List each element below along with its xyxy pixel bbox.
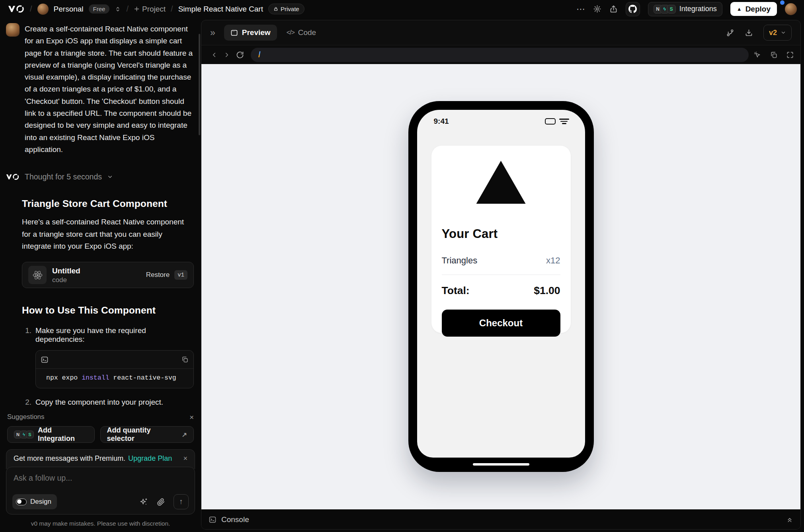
user-message: Create a self-contained React Native com… [6,23,194,156]
terminal-code-block: npx expo install react-native-svg [35,350,194,388]
privacy-label: Private [281,6,299,12]
cart-title: Your Cart [442,227,560,241]
phone-status-bar: 9:41 [417,110,585,126]
integration-provider-icon: S [667,5,676,14]
console-bar[interactable]: Console [201,509,800,529]
download-icon[interactable] [745,29,753,37]
integration-provider-icons: N ϟ S [654,5,676,14]
premium-banner-text: Get more messages with Premium. [14,454,125,463]
fork-icon[interactable] [726,29,734,37]
fullscreen-icon[interactable] [786,51,794,59]
cart-item-row: Triangles x12 [442,255,560,266]
preview-url-bar: / [201,45,800,64]
v0-app-window: / Personal Free / Project / Simple React… [0,0,804,532]
step-number: 2. [22,398,31,407]
url-path: / [258,50,261,59]
response-intro: Here's a self-contained React Native com… [22,216,189,252]
team-switcher-icon[interactable] [115,6,121,12]
version-badge: v1 [174,270,187,280]
send-button[interactable]: ↑ [174,494,189,509]
close-icon[interactable]: × [189,413,194,421]
code-token: react-native-svg [109,374,176,382]
close-icon[interactable]: × [183,454,187,463]
suggestions-label: Suggestions [7,413,45,421]
breadcrumb-separator: / [30,4,32,14]
sparkles-icon[interactable] [139,497,148,507]
restore-button[interactable]: Restore [146,271,170,279]
version-label: v2 [769,29,777,37]
plan-badge: Free [89,4,110,14]
deploy-label: Deploy [745,5,771,14]
preview-toolbar: » Preview </> Code v2 [201,20,800,45]
tab-preview[interactable]: Preview [224,25,277,41]
team-name[interactable]: Personal [54,5,84,14]
v0-mark-icon [6,173,20,180]
version-selector[interactable]: v2 [763,25,792,41]
suggestion-label: Add quantity selector [107,426,177,443]
attachment-paperclip-icon[interactable] [156,497,165,506]
integrations-label: Integrations [679,5,717,13]
iphone-mockup: 9:41 Your Cart Triangles x12 [408,101,594,472]
integration-provider-icon: S [26,431,34,438]
thought-label: Thought for 5 seconds [25,172,102,181]
privacy-badge[interactable]: Private [268,4,304,14]
inspect-cursor-icon[interactable] [753,51,761,59]
design-toggle[interactable]: Design [12,494,57,509]
divider [442,275,560,275]
copy-icon[interactable] [181,356,189,363]
user-avatar[interactable] [785,3,797,15]
total-label: Total: [442,285,470,297]
refresh-icon[interactable] [233,51,247,59]
add-integration-button[interactable]: N ϟ S Add Integration [7,426,95,443]
assistant-message: Triangle Store Cart Component Here's a s… [22,198,194,409]
github-button[interactable] [626,2,640,16]
breadcrumb-separator: / [126,4,129,14]
url-input[interactable]: / [251,48,749,62]
checkout-button[interactable]: Checkout [442,310,560,337]
settings-gear-icon[interactable] [593,5,601,13]
back-icon[interactable] [208,51,221,58]
tab-code-label: Code [298,28,316,37]
upgrade-plan-link[interactable]: Upgrade Plan [128,454,172,463]
code-block-card[interactable]: Untitled code Restore v1 [22,262,194,288]
more-options-icon[interactable]: ⋯ [576,4,585,14]
user-message-text: Create a self-contained React Native com… [25,23,194,156]
thought-toggle[interactable]: Thought for 5 seconds [6,172,194,181]
share-icon[interactable] [609,5,618,13]
design-toggle-label: Design [30,498,51,506]
code-brackets-icon: </> [287,29,295,36]
add-quantity-selector-button[interactable]: Add quantity selector ↗ [100,426,194,443]
top-bar: / Personal Free / Project / Simple React… [0,0,804,18]
console-terminal-icon [209,516,217,524]
duplicate-window-icon[interactable] [770,51,778,59]
forward-icon[interactable] [221,51,233,58]
followup-input[interactable] [14,474,187,483]
code-card-subtitle: code [52,276,80,284]
integrations-button[interactable]: N ϟ S Integrations [648,2,722,16]
premium-banner: Get more messages with Premium. Upgrade … [6,449,195,469]
team-avatar[interactable] [37,4,49,15]
code-token-install: install [82,374,109,382]
cart-total-row: Total: $1.00 [442,285,560,297]
total-value: $1.00 [534,285,560,297]
tab-code[interactable]: </> Code [287,28,316,37]
user-message-avatar [6,23,20,37]
cart-item-qty: x12 [546,255,560,266]
github-icon [628,5,637,13]
status-battery-icon [545,118,556,125]
code-token: npx expo [46,374,82,382]
collapse-sidebar-icon[interactable]: » [210,27,215,38]
scrollbar-thumb[interactable] [199,34,200,135]
v0-logo-icon[interactable] [8,5,25,13]
home-indicator [473,463,529,466]
expand-console-icon[interactable] [786,516,793,523]
chat-title[interactable]: Simple React Native Cart [178,5,263,14]
code-snippet: npx expo install react-native-svg [36,369,193,388]
new-project-button[interactable]: Project [134,5,166,14]
toggle-switch-icon [16,499,27,505]
deploy-button[interactable]: ▲ Deploy [730,2,777,16]
cart-item-name: Triangles [442,255,478,266]
disclaimer-text: v0 may make mistakes. Please use with di… [0,514,201,532]
list-item: 1. Make sure you have the required depen… [22,326,194,344]
step-text: Make sure you have the required dependen… [35,326,194,344]
